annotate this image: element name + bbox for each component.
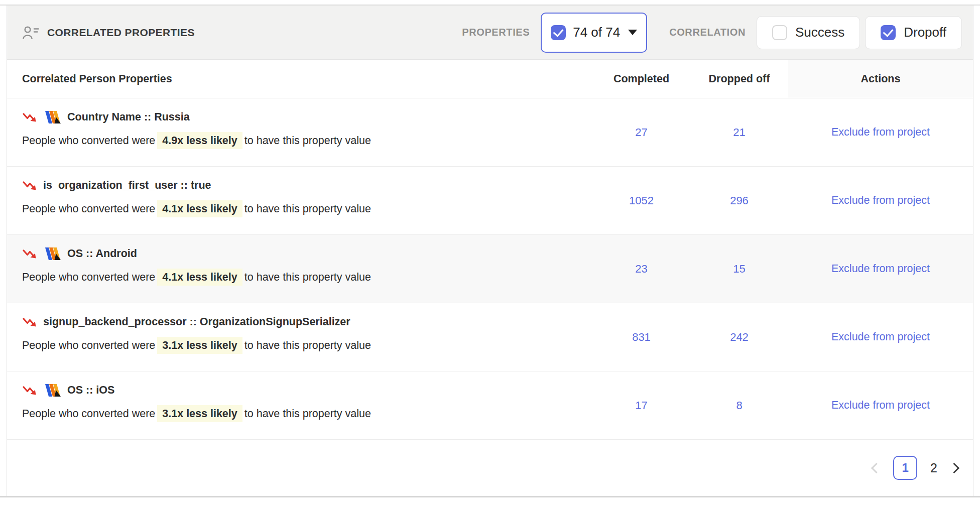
dropoff-filter-button[interactable]: Dropoff bbox=[865, 16, 962, 49]
panel-header: CORRELATED PROPERTIES bbox=[22, 26, 195, 40]
column-header-property: Correlated Person Properties bbox=[7, 73, 592, 85]
column-header-completed: Completed bbox=[592, 73, 690, 85]
description-prefix: People who converted were bbox=[22, 135, 155, 147]
posthog-logo-icon bbox=[43, 110, 61, 124]
table-row: is_organization_first_user :: true Peopl… bbox=[7, 167, 973, 235]
description-suffix: to have this property value bbox=[244, 203, 371, 215]
exclude-from-project-link[interactable]: Exclude from project bbox=[831, 126, 930, 139]
table-row: OS :: Android People who converted were4… bbox=[7, 235, 973, 303]
table-row: OS :: iOS People who converted were3.1x … bbox=[7, 371, 973, 440]
column-header-actions: Actions bbox=[788, 60, 973, 98]
correlation-description: People who converted were4.9x less likel… bbox=[22, 133, 592, 149]
correlation-description: People who converted were4.1x less likel… bbox=[22, 269, 592, 285]
property-title-text: signup_backend_processor :: Organization… bbox=[43, 314, 350, 329]
success-checkbox[interactable] bbox=[772, 25, 787, 40]
correlation-description: People who converted were3.1x less likel… bbox=[22, 337, 592, 353]
trending-down-icon bbox=[22, 111, 37, 123]
person-properties-icon bbox=[22, 26, 40, 40]
description-prefix: People who converted were bbox=[22, 203, 155, 215]
description-suffix: to have this property value bbox=[244, 271, 371, 283]
exclude-from-project-link[interactable]: Exclude from project bbox=[831, 331, 930, 343]
panel-bottom-border bbox=[0, 496, 980, 497]
description-prefix: People who converted were bbox=[22, 339, 155, 351]
page-button-1[interactable]: 1 bbox=[893, 456, 917, 480]
column-header-dropped: Dropped off bbox=[690, 73, 788, 85]
property-title-text: OS :: iOS bbox=[67, 383, 114, 398]
posthog-logo-icon bbox=[43, 246, 61, 261]
trending-down-icon bbox=[22, 247, 37, 260]
correlated-properties-panel: CORRELATED PROPERTIES PROPERTIES 74 of 7… bbox=[7, 6, 973, 496]
exclude-from-project-link[interactable]: Exclude from project bbox=[831, 194, 930, 207]
completed-count-link[interactable]: 23 bbox=[592, 235, 690, 303]
description-suffix: to have this property value bbox=[244, 135, 371, 147]
pagination: 1 2 bbox=[7, 440, 973, 496]
trending-down-icon bbox=[22, 384, 37, 397]
correlation-label: CORRELATION bbox=[669, 27, 746, 38]
property-title-text: Country Name :: Russia bbox=[67, 109, 190, 124]
description-suffix: to have this property value bbox=[244, 339, 371, 351]
multiplier-highlight: 4.9x less likely bbox=[157, 132, 242, 149]
property-title-text: OS :: Android bbox=[67, 246, 137, 261]
dropped-count-link[interactable]: 15 bbox=[690, 235, 788, 303]
chevron-left-icon[interactable] bbox=[871, 462, 882, 473]
property-title: OS :: iOS bbox=[22, 383, 592, 398]
dropoff-filter-label: Dropoff bbox=[904, 25, 946, 40]
page-button-2[interactable]: 2 bbox=[930, 461, 937, 475]
description-prefix: People who converted were bbox=[22, 408, 155, 420]
exclude-from-project-link[interactable]: Exclude from project bbox=[831, 263, 930, 275]
success-filter-label: Success bbox=[795, 25, 844, 40]
table-row: signup_backend_processor :: Organization… bbox=[7, 303, 973, 371]
description-prefix: People who converted were bbox=[22, 271, 155, 283]
posthog-logo-icon bbox=[43, 383, 61, 398]
dropped-count-link[interactable]: 296 bbox=[690, 167, 788, 234]
properties-dropdown-value: 74 of 74 bbox=[573, 25, 620, 40]
dropped-count-link[interactable]: 8 bbox=[690, 371, 788, 439]
property-title: Country Name :: Russia bbox=[22, 109, 592, 124]
multiplier-highlight: 4.1x less likely bbox=[157, 269, 242, 286]
correlation-description: People who converted were4.1x less likel… bbox=[22, 201, 592, 217]
multiplier-highlight: 3.1x less likely bbox=[157, 405, 242, 422]
panel-title: CORRELATED PROPERTIES bbox=[47, 27, 195, 39]
table-header-row: Correlated Person Properties Completed D… bbox=[7, 60, 973, 98]
description-suffix: to have this property value bbox=[244, 408, 371, 420]
multiplier-highlight: 3.1x less likely bbox=[157, 337, 242, 354]
completed-count-link[interactable]: 17 bbox=[592, 371, 690, 439]
completed-count-link[interactable]: 831 bbox=[592, 303, 690, 371]
caret-down-icon bbox=[628, 30, 637, 35]
chevron-right-icon[interactable] bbox=[949, 462, 959, 473]
multiplier-highlight: 4.1x less likely bbox=[157, 200, 242, 217]
dropped-count-link[interactable]: 242 bbox=[690, 303, 788, 371]
property-title: signup_backend_processor :: Organization… bbox=[22, 314, 592, 329]
success-filter-button[interactable]: Success bbox=[757, 16, 860, 49]
toolbar: CORRELATED PROPERTIES PROPERTIES 74 of 7… bbox=[7, 6, 973, 60]
trending-down-icon bbox=[22, 179, 37, 192]
properties-dropdown[interactable]: 74 of 74 bbox=[541, 13, 647, 53]
completed-count-link[interactable]: 27 bbox=[592, 98, 690, 166]
dropped-count-link[interactable]: 21 bbox=[690, 98, 788, 166]
exclude-from-project-link[interactable]: Exclude from project bbox=[831, 399, 930, 412]
trending-down-icon bbox=[22, 316, 37, 328]
property-title-text: is_organization_first_user :: true bbox=[43, 178, 211, 193]
dropoff-checkbox[interactable] bbox=[881, 25, 896, 40]
properties-checkbox[interactable] bbox=[551, 25, 566, 40]
table-row: Country Name :: Russia People who conver… bbox=[7, 98, 973, 167]
correlation-description: People who converted were3.1x less likel… bbox=[22, 406, 592, 422]
property-title: is_organization_first_user :: true bbox=[22, 178, 592, 193]
completed-count-link[interactable]: 1052 bbox=[592, 167, 690, 234]
property-title: OS :: Android bbox=[22, 246, 592, 261]
properties-label: PROPERTIES bbox=[462, 27, 530, 38]
